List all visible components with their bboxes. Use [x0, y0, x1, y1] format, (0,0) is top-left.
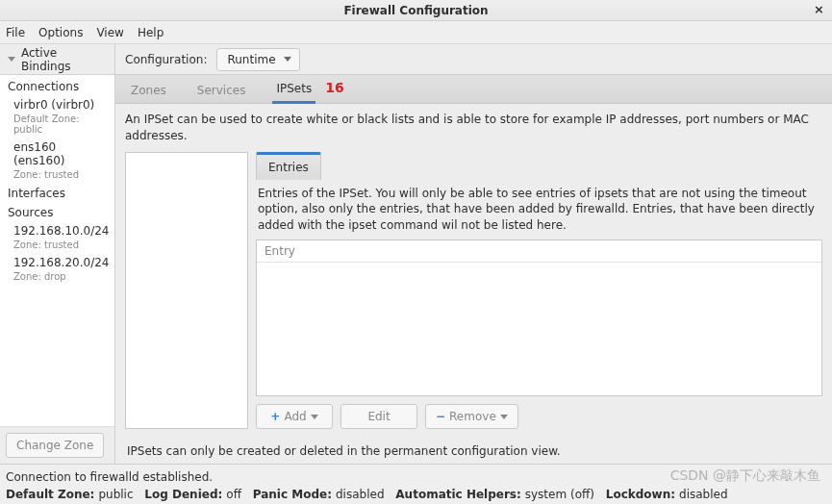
configuration-value: Runtime — [227, 53, 275, 66]
chevron-down-icon — [500, 415, 508, 419]
ipset-listbox[interactable] — [125, 152, 248, 429]
status-default-zone-label: Default Zone: — [6, 486, 94, 503]
minus-icon: − — [436, 410, 445, 423]
status-panic-label: Panic Mode: — [253, 486, 332, 503]
ipset-description: An IPSet can be used to create white or … — [125, 112, 822, 144]
sidebar-item-virbr0[interactable]: virbr0 (virbr0) — [0, 96, 114, 113]
configuration-dropdown[interactable]: Runtime — [216, 48, 299, 71]
main-panel: Zones Services IPSets 16 An IPSet can be… — [115, 75, 832, 464]
sidebar-section-interfaces: Interfaces — [0, 184, 114, 203]
plus-icon: + — [270, 410, 280, 423]
sidebar-item-source-2[interactable]: 192.168.20.0/24 — [0, 254, 114, 271]
entries-description: Entries of the IPSet. You will only be a… — [256, 180, 822, 239]
sidebar-section-sources: Sources — [0, 203, 114, 222]
tab-zones[interactable]: Zones — [127, 78, 170, 103]
annotation-number: 16 — [325, 80, 343, 99]
entries-table: Entry — [256, 239, 822, 396]
close-icon[interactable]: × — [814, 2, 824, 16]
config-bar: Configuration: Runtime — [115, 44, 832, 74]
status-default-zone-value: public — [98, 486, 133, 503]
window-title: Firewall Configuration — [343, 4, 488, 17]
add-button[interactable]: +Add — [256, 404, 333, 429]
sidebar-item-ens160[interactable]: ens160 (ens160) — [0, 139, 114, 169]
sidebar-zone-source-1: Zone: trusted — [0, 239, 114, 254]
status-log-denied-value: off — [226, 486, 241, 503]
status-lockdown-value: disabled — [679, 486, 728, 503]
tab-entries[interactable]: Entries — [256, 152, 321, 180]
configuration-label: Configuration: — [125, 53, 207, 66]
sidebar-zone-virbr0: Default Zone: public — [0, 113, 114, 139]
chevron-down-icon — [8, 57, 15, 62]
status-panic-value: disabled — [336, 486, 385, 503]
sidebar-section-connections: Connections — [0, 77, 114, 96]
status-helpers-value: system (off) — [525, 486, 594, 503]
sidebar-item-source-1[interactable]: 192.168.10.0/24 — [0, 222, 114, 239]
status-helpers-label: Automatic Helpers: — [395, 486, 520, 503]
ipset-footer-note: IPSets can only be created or deleted in… — [125, 437, 822, 458]
menu-bar: File Options View Help — [0, 21, 832, 44]
title-bar: Firewall Configuration × — [0, 0, 832, 21]
entry-column-header: Entry — [257, 240, 821, 263]
edit-button[interactable]: Edit — [340, 404, 417, 429]
change-zone-button[interactable]: Change Zone — [6, 433, 104, 458]
menu-help[interactable]: Help — [138, 26, 164, 39]
entries-body[interactable] — [257, 263, 821, 395]
menu-options[interactable]: Options — [38, 26, 83, 39]
chevron-down-icon — [311, 415, 318, 419]
status-connection: Connection to firewalld established. — [6, 468, 826, 486]
toolbar: Active Bindings Configuration: Runtime — [0, 44, 832, 75]
status-lockdown-label: Lockdown: — [606, 486, 675, 503]
sidebar-zone-source-2: Zone: drop — [0, 271, 114, 286]
menu-file[interactable]: File — [6, 26, 25, 39]
active-bindings-header[interactable]: Active Bindings — [0, 44, 115, 74]
sidebar-zone-ens160: Zone: trusted — [0, 169, 114, 184]
status-log-denied-label: Log Denied: — [144, 486, 222, 503]
sidebar: Connections virbr0 (virbr0) Default Zone… — [0, 75, 115, 464]
status-bar: Connection to firewalld established. Def… — [0, 464, 832, 504]
active-bindings-label: Active Bindings — [21, 46, 107, 73]
menu-view[interactable]: View — [96, 26, 123, 39]
tab-ipsets[interactable]: IPSets — [272, 76, 315, 104]
tab-bar: Zones Services IPSets 16 — [115, 75, 832, 104]
tab-services[interactable]: Services — [193, 78, 250, 103]
remove-button[interactable]: −Remove — [425, 404, 518, 429]
